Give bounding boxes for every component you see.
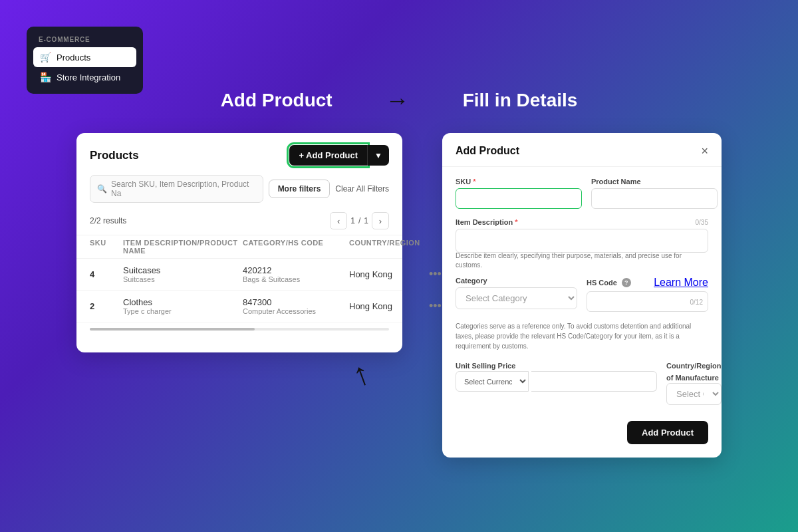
row1-hs: 420212 (243, 265, 349, 275)
modal-header: Add Product × (442, 133, 722, 167)
hs-label-row: HS Code ? (587, 278, 631, 287)
sidebar-menu: E-COMMERCE 🛒 Products 🏪 Store Integratio… (27, 27, 143, 94)
hs-code-header: HS Code ? Learn More (587, 277, 708, 289)
row1-country: Hong Kong (349, 269, 429, 279)
price-input[interactable] (531, 371, 657, 392)
table-row: 4 Suitcases Suitcases 420212 Bags & Suit… (76, 259, 402, 291)
category-group: Category Select Category (456, 277, 577, 312)
modal-close-button[interactable]: × (701, 145, 708, 157)
search-icon: 🔍 (97, 184, 107, 194)
product-name-input[interactable] (591, 188, 718, 209)
table-row: 2 Clothes Type c charger 847300 Computer… (76, 291, 402, 323)
modal-title: Add Product (456, 145, 519, 157)
search-box: 🔍 Search SKU, Item Description, Product … (90, 175, 263, 203)
pagination-prev[interactable]: ‹ (330, 212, 347, 229)
sku-input[interactable] (456, 188, 582, 209)
col-name: Item Description/Product Name (123, 239, 243, 255)
row2-hs-sub: Computer Accessories (243, 307, 349, 315)
col-sku: SKU (90, 239, 123, 255)
scrollbar[interactable] (90, 328, 389, 331)
add-product-button[interactable]: + Add Product (289, 145, 367, 166)
cursor-arrow: ↑ (347, 354, 374, 394)
category-label: Category (456, 277, 577, 285)
pagination: ‹ 1 / 1 › (330, 212, 389, 229)
hs-code-group: HS Code ? Learn More 0/12 (587, 277, 708, 312)
panels-row: Products + Add Product ▼ 🔍 Search SKU, I… (0, 133, 798, 458)
row1-name-sub: Suitcases (123, 275, 243, 283)
row1-sku: 4 (90, 269, 123, 279)
modal-footer: Add Product (442, 416, 722, 444)
row2-country: Hong Kong (349, 301, 429, 311)
price-country-row: Unit Selling Price Select Currency ÷ Cou… (456, 359, 708, 405)
item-description-group: Item Description * 0/35 (456, 218, 708, 253)
sidebar-item-products[interactable]: 🛒 Products (33, 47, 136, 67)
clear-filters-button[interactable]: Clear All Filters (335, 184, 389, 194)
panel-header: Products + Add Product ▼ (76, 133, 402, 175)
row1-name-group: Suitcases Suitcases (123, 265, 243, 283)
sku-label: SKU * (456, 178, 582, 186)
item-description-input[interactable] (456, 229, 708, 253)
arrow-icon: → (386, 86, 410, 114)
search-filter-row: 🔍 Search SKU, Item Description, Product … (76, 175, 402, 209)
pagination-next[interactable]: › (372, 212, 389, 229)
col-hs: Category/HS Code (243, 239, 349, 255)
sidebar-section-label: E-COMMERCE (33, 33, 136, 47)
hs-input-wrapper: 0/12 (587, 291, 708, 312)
results-pagination-row: 2/2 results ‹ 1 / 1 › (76, 209, 402, 235)
category-hs-row: Category Select Category HS Code ? Learn… (456, 277, 708, 312)
pagination-total: 1 (364, 216, 368, 225)
item-description-char-count: 0/35 (696, 219, 708, 226)
step2-label: Fill in Details (463, 90, 578, 111)
scrollbar-thumb (90, 328, 255, 331)
more-filters-button[interactable]: More filters (269, 180, 331, 198)
add-product-btn-group: + Add Product ▼ (289, 145, 389, 166)
row1-name: Suitcases (123, 265, 243, 275)
hs-char-count: 0/12 (690, 298, 703, 305)
modal-add-product-button[interactable]: Add Product (627, 421, 708, 444)
country-manufacture-label: Country/Region of Manufacture (666, 362, 722, 382)
pagination-sep: / (358, 216, 360, 225)
item-description-label: Item Description * (456, 218, 518, 226)
currency-group: Unit Selling Price Select Currency ÷ (456, 359, 657, 405)
category-note: Categories serve as a reference only. To… (456, 321, 708, 351)
sidebar-item-store-integration[interactable]: 🏪 Store Integration (33, 67, 136, 87)
pagination-current: 1 (350, 216, 355, 225)
row2-name-sub: Type c charger (123, 307, 243, 315)
unit-selling-price-label: Unit Selling Price (456, 362, 515, 370)
currency-select[interactable]: Select Currency ÷ (456, 371, 529, 392)
sidebar-store-label: Store Integration (57, 72, 120, 82)
item-description-hint: Describe item clearly, specifying their … (456, 251, 708, 270)
row2-sku: 2 (90, 301, 123, 311)
search-placeholder-text: Search SKU, Item Description, Product Na (111, 180, 256, 198)
panel-title: Products (90, 149, 139, 162)
store-icon: 🏪 (40, 72, 51, 82)
step1-label: Add Product (221, 90, 332, 111)
row2-hs-group: 847300 Computer Accessories (243, 297, 349, 315)
cart-icon: 🛒 (40, 52, 51, 63)
row2-name: Clothes (123, 297, 243, 307)
col-country: Country/Region (349, 239, 429, 255)
results-text: 2/2 results (90, 216, 126, 225)
row1-hs-group: 420212 Bags & Suitcases (243, 265, 349, 283)
sku-group: SKU * (456, 178, 582, 209)
add-product-dropdown-button[interactable]: ▼ (367, 145, 389, 166)
row2-name-group: Clothes Type c charger (123, 297, 243, 315)
sidebar-products-label: Products (57, 53, 90, 63)
hs-code-label: HS Code (587, 279, 617, 287)
sku-product-name-row: SKU * Product Name (456, 178, 708, 209)
table-header: SKU Item Description/Product Name Catego… (76, 235, 402, 259)
modal-body: SKU * Product Name Item Description * 0/… (442, 167, 722, 405)
learn-more-link[interactable]: Learn More (654, 277, 708, 289)
product-name-label: Product Name (591, 178, 718, 186)
row2-hs: 847300 (243, 297, 349, 307)
hs-code-info-icon: ? (622, 278, 631, 287)
country-manufacture-group: Country/Region of Manufacture Select Cou… (666, 359, 722, 405)
category-select[interactable]: Select Category (456, 287, 577, 309)
add-product-modal: Add Product × SKU * Product Name (442, 133, 722, 458)
currency-input-row: Select Currency ÷ (456, 371, 657, 392)
row1-hs-sub: Bags & Suitcases (243, 275, 349, 283)
country-select[interactable]: Select Country/Region (666, 383, 722, 405)
product-name-group: Product Name (591, 178, 718, 209)
products-panel: Products + Add Product ▼ 🔍 Search SKU, I… (76, 133, 402, 352)
